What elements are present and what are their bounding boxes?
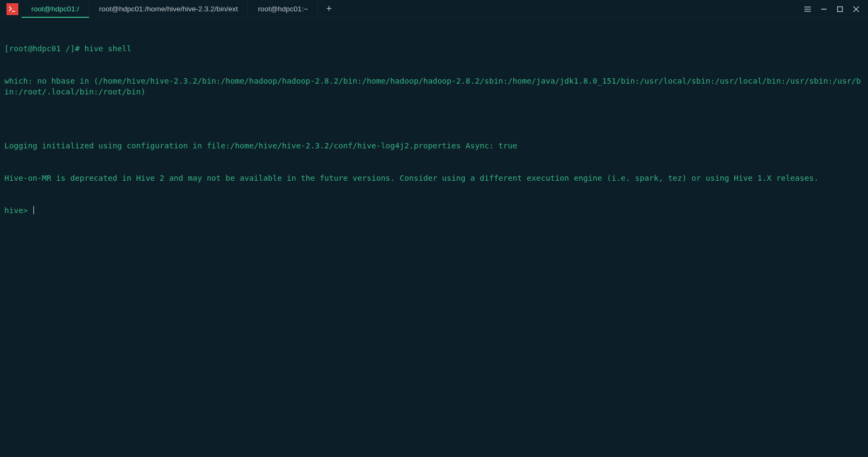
tab-1[interactable]: root@hdpc01:/ [22,0,89,18]
svg-rect-5 [838,6,843,11]
app-icon [0,0,22,18]
close-button[interactable] [851,4,862,15]
plus-icon: + [326,3,332,15]
hive-prompt: hive> [4,206,28,215]
terminal-window: root@hdpc01:/ root@hdpc01:/home/hive/hiv… [0,0,868,457]
tab-3[interactable]: root@hdpc01:~ [248,0,318,18]
terminal-body[interactable]: [root@hdpc01 /]# hive shell which: no hb… [0,18,868,457]
cursor [33,206,34,214]
tab-bar: root@hdpc01:/ root@hdpc01:/home/hive/hiv… [22,0,796,18]
titlebar: root@hdpc01:/ root@hdpc01:/home/hive/hiv… [0,0,868,18]
hamburger-menu-icon[interactable] [802,4,813,15]
terminal-line: [root@hdpc01 /]# hive shell [4,43,864,54]
new-tab-button[interactable]: + [318,0,340,18]
tab-label: root@hdpc01:/home/hive/hive-2.3.2/bin/ex… [99,5,238,13]
tab-label: root@hdpc01:~ [258,5,308,13]
tab-2[interactable]: root@hdpc01:/home/hive/hive-2.3.2/bin/ex… [89,0,249,18]
terminal-line: hive> [4,205,864,216]
terminal-line: which: no hbase in (/home/hive/hive-2.3.… [4,76,864,97]
tab-label: root@hdpc01:/ [31,5,79,13]
shell-command: hive shell [84,44,131,53]
terminal-line: Logging initialized using configuration … [4,140,864,151]
maximize-button[interactable] [835,4,845,15]
terminal-line: Hive-on-MR is deprecated in Hive 2 and m… [4,173,864,183]
minimize-button[interactable] [818,4,829,15]
shell-prompt: [root@hdpc01 /]# [4,44,80,53]
window-controls [796,0,868,18]
terminal-icon [6,3,18,15]
